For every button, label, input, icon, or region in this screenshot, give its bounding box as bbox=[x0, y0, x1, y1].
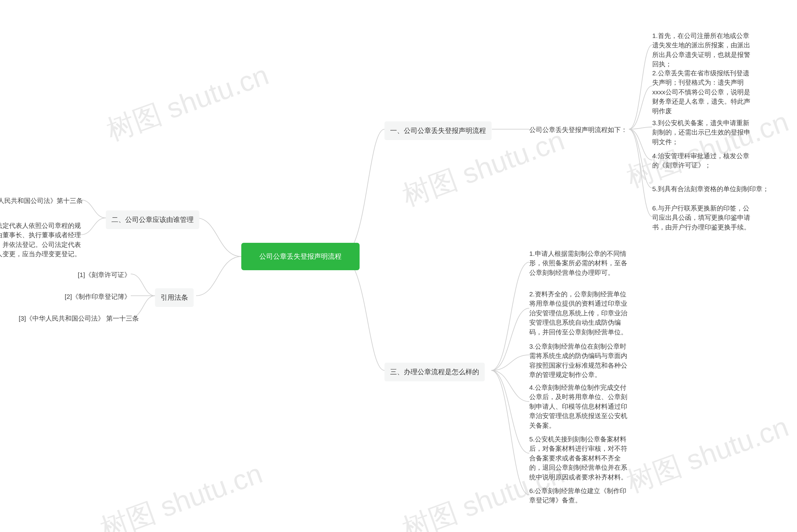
branch-2[interactable]: 二、公司公章应该由谁管理 bbox=[106, 210, 199, 229]
b3-leaf-3: 3.公章刻制经营单位在刻制公章时需将系统生成的防伪编码与章面内容按照国家行业标准… bbox=[529, 342, 632, 380]
b2-leaf-2: 公司法定代表人依照公司章程的规定，由董事长、执行董事或者经理担任，并依法登记。公… bbox=[0, 221, 81, 259]
branch-1-sub: 公司公章丢失登报声明流程如下： bbox=[529, 125, 627, 134]
watermark: 树图 shutu.cn bbox=[621, 103, 794, 196]
law-2: [2]《制作印章登记簿》 bbox=[19, 292, 131, 301]
b1-leaf-2: 2.公章丢失需在省市级报纸刊登遗失声明；刊登格式为：遗失声明xxxx公司不慎将公… bbox=[652, 69, 755, 116]
b1-leaf-3: 3.到公安机关备案，遗失申请重新刻制的，还需出示已生效的登报申明文件； bbox=[652, 118, 755, 147]
branch-laws[interactable]: 引用法条 bbox=[155, 288, 194, 307]
watermark: 树图 shutu.cn bbox=[101, 56, 274, 150]
law-3: [3]《中华人民共和国公司法》 第一十三条 bbox=[19, 314, 131, 323]
watermark: 树图 shutu.cn bbox=[95, 455, 268, 532]
b3-leaf-4: 4.公章刻制经营单位制作完成交付公章后，及时将用章单位、公章刻制申请人、印模等信… bbox=[529, 383, 632, 430]
law-1: [1]《刻章许可证》 bbox=[19, 270, 131, 280]
b1-leaf-4: 4.治安管理科审批通过，核发公章的《刻章许可证》； bbox=[652, 151, 755, 170]
branch-3[interactable]: 三、办理公章流程是怎么样的 bbox=[384, 363, 485, 381]
branch-1[interactable]: 一、公司公章丢失登报声明流程 bbox=[384, 121, 492, 140]
b3-leaf-1: 1.申请人根据需刻制公章的不同情形，依照备案所必需的材料，至各公章刻制经营单位办… bbox=[529, 249, 632, 277]
b3-leaf-5: 5.公安机关接到刻制公章备案材料后，对备案材料进行审核，对不符合备案要求或者备案… bbox=[529, 435, 632, 482]
b1-leaf-6: 6.与开户行联系更换新的印签，公司应出具公函，填写更换印鉴申请书，由开户行办理印… bbox=[652, 204, 755, 232]
b1-leaf-5: 5.到具有合法刻章资格的单位刻制印章； bbox=[652, 184, 769, 194]
watermark: 树图 shutu.cn bbox=[621, 408, 794, 501]
b2-leaf-1: 《中华人民共和国公司法》第十三条 bbox=[0, 196, 81, 206]
b3-leaf-2: 2.资料齐全的，公章刻制经营单位将用章单位提供的资料通过印章业治安管理信息系统上… bbox=[529, 289, 632, 337]
root-node[interactable]: 公司公章丢失登报声明流程 bbox=[241, 243, 360, 270]
b3-leaf-6: 6.公章刻制经营单位建立《制作印章登记簿》备查。 bbox=[529, 486, 632, 505]
b1-leaf-1: 1.首先，在公司注册所在地或公章遗失发生地的派出所报案，由派出所出具公章遗失证明… bbox=[652, 31, 755, 69]
